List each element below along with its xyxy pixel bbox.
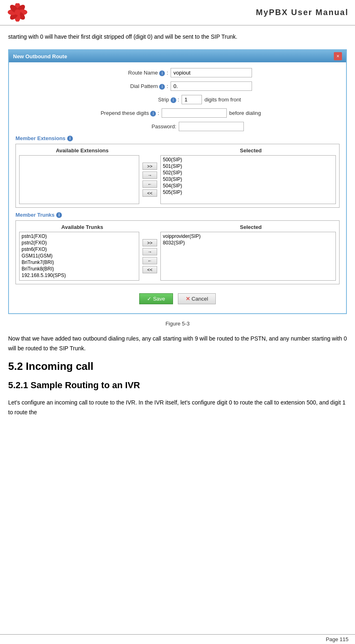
list-item: 505(SIP): [162, 189, 335, 196]
cancel-button[interactable]: ✕ Cancel: [178, 293, 216, 304]
page-header: MyPBX User Manual: [0, 0, 355, 26]
all-left-extensions-button[interactable]: <<: [142, 189, 157, 197]
extensions-transfer-row: >> → ← << 500(SIP)501(SIP)502(SIP)503(SI…: [19, 155, 336, 204]
prepend-suffix: before dialing: [229, 110, 261, 116]
member-trunks-info-icon[interactable]: i: [56, 212, 62, 218]
page-content: starting with 0 will have their first di…: [0, 26, 355, 431]
all-right-trunks-button[interactable]: >>: [142, 239, 157, 246]
strip-info-icon[interactable]: i: [171, 97, 176, 103]
extensions-transfer-area: Available Extensions Selected >> → ← <<: [15, 144, 340, 208]
save-checkmark-icon: ✓: [147, 296, 151, 302]
selected-trunks-label: Selected: [166, 224, 336, 230]
available-extensions-label: Available Extensions: [19, 147, 145, 154]
strip-input[interactable]: [182, 95, 202, 104]
password-input[interactable]: [179, 122, 244, 131]
all-right-extensions-button[interactable]: >>: [142, 163, 157, 170]
right-extensions-button[interactable]: →: [142, 171, 157, 179]
password-row: Password:: [15, 122, 340, 131]
dial-pattern-label: Dial Pattern i:: [103, 83, 168, 90]
strip-label-text: Strip: [158, 97, 169, 103]
route-name-input[interactable]: [171, 68, 252, 77]
strip-label: Strip i:: [114, 97, 179, 103]
trunks-transfer-row: pstn1(FXO)pstn2(FXO)pstn6(FXO)GSM11(GSM)…: [19, 232, 336, 281]
member-extensions-label: Member Extensions: [15, 135, 66, 141]
prepend-label: Prepend these digits i:: [94, 110, 159, 116]
save-button[interactable]: ✓ Save: [139, 293, 173, 304]
list-item: pstn2(FXO): [20, 240, 138, 246]
dialog-titlebar: New Outbound Route ×: [9, 50, 346, 62]
dialog-close-button[interactable]: ×: [334, 52, 342, 60]
strip-suffix: digits from front: [204, 97, 241, 103]
prepend-row: Prepend these digits i: before dialing: [15, 108, 340, 118]
trunks-transfer-buttons: >> → ← <<: [142, 239, 157, 273]
save-label: Save: [153, 296, 165, 302]
list-item: BriTrunk8(BRI): [20, 266, 138, 272]
left-extensions-button[interactable]: ←: [142, 180, 157, 188]
extensions-columns-header: Available Extensions Selected: [19, 147, 336, 154]
section-5-2-heading: 5.2 Incoming call: [8, 360, 347, 373]
prepend-input[interactable]: [162, 108, 227, 118]
list-item: 502(SIP): [162, 169, 335, 176]
member-trunks-header: Member Trunks i: [15, 212, 340, 218]
left-trunks-button[interactable]: ←: [142, 257, 157, 264]
body-text: Now that we have added two outbound dial…: [8, 334, 347, 354]
list-item: 8032(SIP): [162, 240, 335, 246]
list-item: 503(SIP): [162, 176, 335, 182]
route-name-row: Route Name i:: [15, 68, 340, 77]
list-item: pstn6(FXO): [20, 246, 138, 253]
dialog-body: Route Name i: Dial Pattern i: Strip i:: [9, 62, 346, 313]
route-name-info-icon[interactable]: i: [159, 70, 165, 76]
member-extensions-info-icon[interactable]: i: [67, 136, 73, 141]
member-trunks-label: Member Trunks: [15, 212, 55, 218]
all-left-trunks-button[interactable]: <<: [142, 266, 157, 273]
list-item: 504(SIP): [162, 182, 335, 189]
trunks-transfer-area: Available Trunks Selected pstn1(FXO)pstn…: [15, 220, 340, 284]
dial-pattern-input[interactable]: [171, 81, 252, 91]
right-trunks-button[interactable]: →: [142, 248, 157, 255]
route-name-label: Route Name i:: [103, 70, 168, 76]
available-trunks-list[interactable]: pstn1(FXO)pstn2(FXO)pstn6(FXO)GSM11(GSM)…: [19, 232, 139, 281]
password-label: Password:: [111, 123, 176, 130]
list-item: GSM11(GSM): [20, 253, 138, 259]
route-name-label-text: Route Name: [128, 70, 158, 76]
section-5-2-1-heading: 5.2.1 Sample Routing to an IVR: [8, 380, 347, 391]
available-trunks-label: Available Trunks: [19, 224, 145, 230]
member-extensions-header: Member Extensions i: [15, 135, 340, 141]
dialog-footer: ✓ Save ✕ Cancel: [15, 288, 340, 308]
cancel-label: Cancel: [192, 296, 208, 302]
list-item: pstn1(FXO): [20, 233, 138, 240]
new-outbound-route-dialog: New Outbound Route × Route Name i: Dial …: [8, 49, 347, 314]
dialog-title: New Outbound Route: [13, 53, 67, 59]
dial-pattern-row: Dial Pattern i:: [15, 81, 340, 91]
selected-trunks-list[interactable]: voipprovider(SIP)8032(SIP): [160, 232, 336, 281]
dial-pattern-label-text: Dial Pattern: [130, 83, 158, 89]
list-item: 192.168.5.190(SPS): [20, 272, 138, 279]
logo-area: [7, 3, 29, 22]
password-label-text: Password: [151, 123, 175, 130]
intro-text: starting with 0 will have their first di…: [8, 32, 347, 41]
available-extensions-list[interactable]: [19, 155, 139, 204]
list-item: 501(SIP): [162, 163, 335, 169]
list-item: BriTrunk7(BRI): [20, 259, 138, 266]
page-footer: Page 115: [0, 634, 355, 644]
trunks-columns-header: Available Trunks Selected: [19, 224, 336, 230]
prepend-label-text: Prepend these digits: [101, 110, 149, 116]
list-item: 500(SIP): [162, 156, 335, 163]
selected-extensions-label: Selected: [166, 147, 336, 154]
page-number: Page 115: [326, 636, 348, 642]
closing-text: Let's configure an incoming call to rout…: [8, 398, 347, 418]
selected-extensions-list[interactable]: 500(SIP)501(SIP)502(SIP)503(SIP)504(SIP)…: [160, 155, 336, 204]
prepend-info-icon[interactable]: i: [150, 111, 156, 116]
page-title: MyPBX User Manual: [256, 8, 348, 17]
extensions-transfer-buttons: >> → ← <<: [142, 163, 157, 197]
yeastar-logo: [7, 3, 29, 22]
figure-caption: Figure 5-3: [8, 321, 347, 327]
list-item: voipprovider(SIP): [162, 233, 335, 240]
strip-row: Strip i: digits from front: [15, 95, 340, 104]
dial-pattern-info-icon[interactable]: i: [159, 84, 165, 90]
svg-point-8: [15, 9, 20, 15]
cancel-x-icon: ✕: [186, 296, 190, 302]
